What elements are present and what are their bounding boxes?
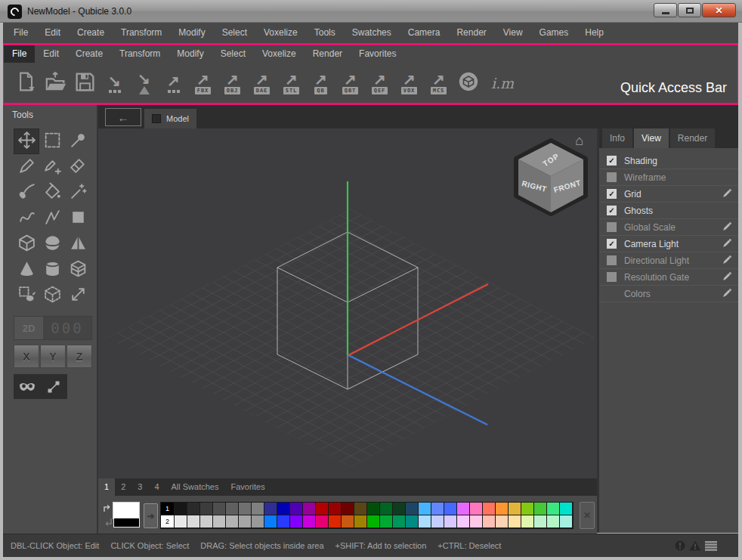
swatch-cell[interactable] [483,503,496,515]
swatch-cell[interactable] [252,503,264,515]
swatch-cell[interactable] [419,503,431,515]
swatch-cell[interactable] [252,515,264,528]
swatch-cell[interactable] [213,503,226,515]
sphere-tool-button[interactable] [39,231,65,257]
menu-item-modify[interactable]: Modify [168,45,212,63]
swatch-tab-all-swatches[interactable]: All Swatches [165,478,225,496]
background-color-well[interactable] [113,518,140,528]
export-stl-button[interactable]: ↗STL [277,64,306,102]
foreground-color-well[interactable] [113,502,140,519]
swatch-cell[interactable] [367,515,380,528]
swatch-cell[interactable] [342,515,354,528]
menu-item-render[interactable]: Render [305,45,351,63]
export-qb-button[interactable]: ↗QB [306,64,335,102]
cylinder-tool-button[interactable] [39,257,65,283]
mode-2d-button[interactable]: 2D [14,317,43,339]
export-qef-button[interactable]: ↗QEF [365,64,394,102]
menu-item-edit[interactable]: Edit [36,23,69,43]
menu-item-transform[interactable]: Transform [111,45,168,63]
freehand-tool-button[interactable] [14,206,39,231]
swatch-cell[interactable] [406,503,419,515]
cone-tool-button[interactable] [14,257,39,283]
export-dae-button[interactable]: ↗DAE [247,64,277,102]
swatch-cell[interactable] [290,515,303,528]
menu-item-file[interactable]: File [5,23,36,43]
swatch-cell[interactable] [264,503,277,515]
menu-item-help[interactable]: Help [577,23,612,43]
swatch-cell[interactable] [187,515,200,528]
swatch-cell[interactable] [213,515,226,528]
box-tool-button[interactable] [14,231,39,257]
swatch-cell[interactable] [393,515,406,528]
resolution-gate-checkbox[interactable] [607,272,617,282]
swatch-cell[interactable] [380,503,393,515]
extrude-tool-button[interactable] [65,257,91,283]
swatch-cell[interactable] [444,503,457,515]
move-tool-button[interactable] [14,128,39,154]
swatch-cell[interactable] [264,515,277,528]
menu-item-swatches[interactable]: Swatches [344,23,400,43]
directional-light-edit-icon[interactable] [722,254,732,268]
export-fbx-button[interactable]: ↗FBX [188,64,218,102]
swatch-cell[interactable] [406,515,419,528]
swatch-cell[interactable] [277,515,290,528]
pencil-tool-button[interactable] [14,154,39,180]
color-picker-tool-button[interactable] [65,128,91,154]
camera-light-checkbox[interactable]: ✓ [607,239,617,249]
add-swatch-button[interactable]: ➜ [144,503,158,528]
line-segment-button[interactable] [40,374,66,399]
menu-item-select[interactable]: Select [214,23,255,43]
swatch-cell[interactable] [175,515,187,528]
swatch-cell[interactable] [187,503,200,515]
resolution-gate-edit-icon[interactable] [722,271,732,284]
menu-item-games[interactable]: Games [531,23,577,43]
swatch-cell[interactable] [303,503,316,515]
swatch-cell[interactable] [329,503,342,515]
rectangle-tool-button[interactable] [65,206,91,231]
menu-item-edit[interactable]: Edit [35,45,67,63]
swatch-cell[interactable] [419,515,431,528]
paint-select-tool-button[interactable] [14,283,39,308]
swatch-tab-favorites[interactable]: Favorites [224,478,271,496]
grid-checkbox[interactable]: ✓ [607,189,617,199]
scale-tool-button[interactable] [65,283,91,308]
axis-z-button[interactable]: Z [66,345,92,368]
swatch-cell[interactable] [239,515,252,528]
im-logo-button[interactable]: i.m [483,64,518,102]
swatch-cell[interactable] [277,503,290,515]
swatch-cell[interactable] [303,515,316,528]
swatch-cell[interactable] [431,515,444,528]
camera-light-edit-icon[interactable] [722,237,732,251]
mask-button[interactable] [14,374,40,399]
swatch-cell[interactable] [483,515,496,528]
global-scale-checkbox[interactable] [607,222,617,232]
maximize-button[interactable] [678,3,701,17]
swatch-cell[interactable] [509,503,521,515]
swatch-cell[interactable] [496,503,509,515]
swatch-cell[interactable] [534,515,547,528]
swatch-cell[interactable] [431,503,444,515]
swatch-tab-4[interactable]: 4 [148,478,165,496]
swatch-cell[interactable] [470,515,483,528]
export-vox-button[interactable]: ↗VOX [394,64,424,102]
swatch-cell[interactable] [316,503,329,515]
swatch-cell[interactable] [342,503,354,515]
swatch-cell[interactable] [444,515,457,528]
menu-item-view[interactable]: View [495,23,531,43]
new-file-button[interactable] [11,64,41,102]
swatch-cell[interactable] [367,503,380,515]
paint-brush-tool-button[interactable] [14,180,39,206]
swatch-tab-1[interactable]: 1 [98,478,115,496]
colors-edit-icon[interactable] [722,287,732,301]
info-icon[interactable] [675,540,685,551]
rectangle-select-tool-button[interactable] [39,128,65,154]
save-file-button[interactable] [70,64,100,102]
axis-y-button[interactable]: Y [40,345,66,368]
open-file-button[interactable] [41,64,70,102]
menu-item-tools[interactable]: Tools [306,23,344,43]
swatch-cell[interactable] [200,503,213,515]
attach-pencil-tool-button[interactable] [39,154,65,180]
close-button[interactable]: ✕ [702,3,736,17]
menu-item-create[interactable]: Create [69,23,113,43]
export-button[interactable]: ↗ [159,64,188,102]
